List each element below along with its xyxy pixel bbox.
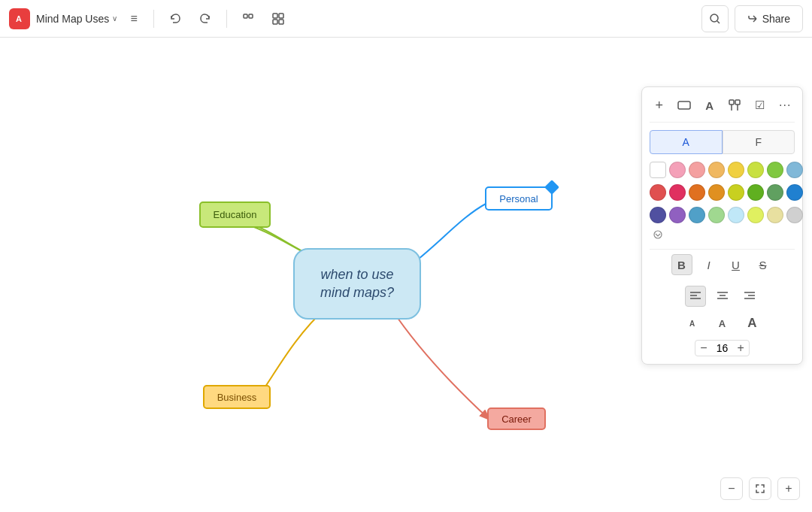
canvas-area[interactable]: when to use mind maps? Education Persona… (0, 38, 812, 512)
undo-button[interactable] (163, 7, 187, 31)
text-format-row: B I U S (650, 249, 795, 280)
panel-layout-button[interactable] (726, 95, 745, 116)
color-swatch-gray[interactable] (786, 207, 803, 223)
menu-button[interactable]: ≡ (123, 8, 144, 29)
personal-node-diamond (544, 180, 559, 195)
color-swatch-lemon[interactable] (747, 207, 764, 223)
layout-button[interactable] (266, 7, 290, 31)
panel-tabs: A F (650, 130, 795, 154)
color-swatch-cyan[interactable] (689, 207, 705, 223)
align-right-button[interactable] (739, 286, 760, 307)
more-colors-arrow[interactable] (650, 226, 666, 243)
panel-check-button[interactable]: ☑ (750, 95, 770, 116)
career-node-text: Career (501, 414, 532, 425)
color-swatch-red-light[interactable] (689, 162, 705, 178)
title-text: Mind Map Uses (36, 13, 109, 25)
document-title[interactable]: Mind Map Uses ∨ (36, 13, 117, 25)
svg-rect-3 (249, 14, 253, 18)
align-left-button[interactable] (685, 286, 706, 307)
business-node-text: Business (217, 392, 257, 403)
color-swatch-purple[interactable] (669, 207, 686, 223)
color-swatch-yellow[interactable] (728, 184, 744, 201)
svg-rect-11 (729, 100, 734, 105)
text-size-medium-button[interactable]: A (712, 313, 733, 334)
panel-tab-f-label: F (755, 136, 762, 148)
panel-toolbar: + A ☑ ··· (650, 95, 795, 123)
center-node-text: when to use mind maps? (320, 266, 394, 301)
zoom-fit-button[interactable] (749, 477, 771, 500)
right-panel: + A ☑ ··· A F (641, 86, 803, 365)
zoom-in-button[interactable]: + (777, 477, 800, 500)
color-swatch-navy[interactable] (650, 207, 666, 223)
bottom-controls: − + (720, 477, 800, 500)
business-node[interactable]: Business (203, 385, 271, 409)
personal-node[interactable]: Personal (485, 186, 553, 211)
underline-button[interactable]: U (726, 254, 747, 275)
center-node[interactable]: when to use mind maps? (293, 248, 421, 320)
svg-rect-4 (273, 14, 277, 18)
color-swatch-yellow-light[interactable] (728, 162, 744, 178)
color-swatch-orange-light[interactable] (708, 162, 725, 178)
color-swatch-green[interactable] (747, 184, 764, 201)
personal-node-text: Personal (499, 193, 538, 204)
toolbar-divider-2 (226, 10, 227, 28)
color-swatch-sky[interactable] (728, 207, 744, 223)
panel-text-button[interactable]: A (700, 95, 720, 116)
align-center-button[interactable] (712, 286, 733, 307)
toolbar: A Mind Map Uses ∨ ≡ Share (0, 0, 812, 38)
color-swatch-mint[interactable] (708, 207, 725, 223)
font-size-plus-button[interactable]: + (738, 342, 744, 354)
color-swatch-blue[interactable] (786, 184, 803, 201)
color-swatch-red[interactable] (650, 184, 666, 201)
color-swatch-pink-light[interactable] (669, 162, 686, 178)
panel-tab-a[interactable]: A (650, 130, 723, 154)
strikethrough-button[interactable]: S (753, 254, 774, 275)
career-node[interactable]: Career (487, 407, 546, 430)
color-grid-row2 (650, 184, 795, 201)
panel-tab-f[interactable]: F (723, 130, 795, 154)
svg-rect-5 (279, 14, 283, 18)
search-button[interactable] (701, 5, 729, 32)
zoom-out-button[interactable]: − (720, 477, 743, 500)
bold-button[interactable]: B (671, 254, 692, 275)
font-size-value: 16 (714, 342, 732, 354)
redo-button[interactable] (193, 7, 217, 31)
svg-rect-2 (244, 14, 247, 18)
panel-add-button[interactable]: + (650, 95, 669, 116)
panel-rect-button[interactable] (675, 95, 695, 116)
svg-text:A: A (16, 14, 22, 23)
font-size-control: − 16 + (695, 340, 750, 356)
panel-tab-a-label: A (683, 136, 689, 148)
svg-rect-6 (273, 20, 277, 24)
zoom-minus-icon: − (728, 482, 735, 495)
toolbar-right: Share (701, 5, 803, 32)
share-button[interactable]: Share (735, 5, 803, 32)
svg-line-9 (717, 21, 720, 23)
frame-button[interactable] (236, 7, 260, 31)
color-swatch-amber[interactable] (708, 184, 725, 201)
share-label: Share (762, 13, 790, 25)
text-size-labels: A A A (650, 313, 795, 334)
text-size-small-button[interactable]: A (682, 313, 703, 334)
svg-rect-12 (735, 100, 740, 105)
color-swatch-teal[interactable] (767, 184, 783, 201)
svg-point-15 (654, 231, 662, 238)
align-row (650, 286, 795, 307)
education-node[interactable]: Education (199, 201, 271, 228)
color-grid-row3 (650, 207, 795, 243)
italic-button[interactable]: I (698, 254, 720, 275)
title-chevron-icon: ∨ (112, 14, 117, 23)
zoom-plus-icon: + (785, 482, 792, 495)
panel-more-button[interactable]: ··· (776, 95, 795, 116)
app-logo: A (9, 8, 30, 29)
color-swatch-tan[interactable] (767, 207, 783, 223)
color-swatch-teal-light[interactable] (786, 162, 803, 178)
color-swatch-empty[interactable] (650, 162, 666, 178)
text-size-large-button[interactable]: A (742, 313, 763, 334)
color-swatch-orange[interactable] (689, 184, 705, 201)
svg-rect-10 (678, 101, 690, 109)
font-size-minus-button[interactable]: − (700, 342, 707, 354)
color-swatch-lime-light[interactable] (747, 162, 764, 178)
color-swatch-green-light[interactable] (767, 162, 783, 178)
color-swatch-crimson[interactable] (669, 184, 686, 201)
